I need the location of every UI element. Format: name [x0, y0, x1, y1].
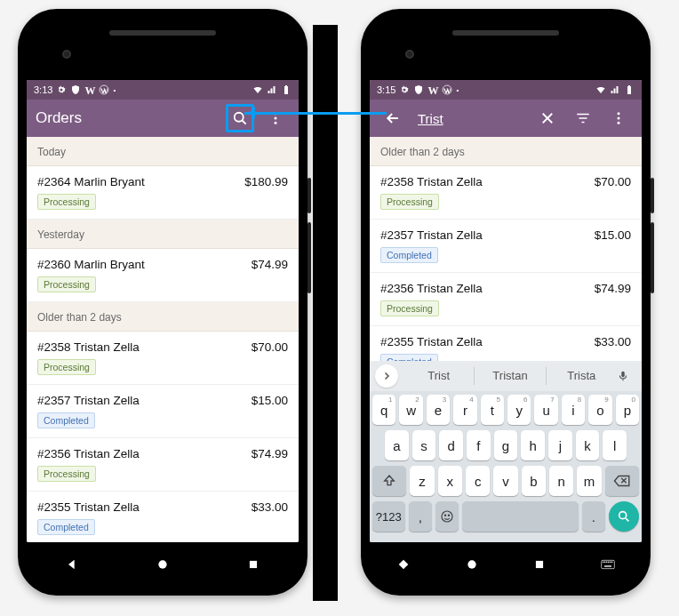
key-c[interactable]: c — [466, 466, 490, 496]
order-row[interactable]: #2356 Tristan Zella$74.99Processing — [370, 273, 642, 326]
key-i[interactable]: i8 — [562, 395, 585, 425]
key-g[interactable]: g — [494, 430, 518, 460]
status-badge: Processing — [380, 300, 439, 316]
nav-recent-icon[interactable] — [531, 556, 548, 573]
svg-point-22 — [448, 515, 449, 516]
nav-home-icon[interactable] — [463, 556, 481, 573]
order-row[interactable]: #2360 Marlin Bryant$74.99Processing — [27, 249, 299, 302]
status-time: 3:15 — [377, 84, 395, 95]
key-u[interactable]: u7 — [534, 395, 557, 425]
key-h[interactable]: h — [521, 430, 545, 460]
order-price: $74.99 — [252, 258, 288, 271]
order-row[interactable]: #2358 Tristan Zella$70.00Processing — [27, 332, 299, 385]
back-button[interactable] — [379, 104, 407, 132]
suggestion-item[interactable]: Tristan — [475, 367, 546, 385]
expand-suggestions-button[interactable] — [375, 364, 398, 388]
key-shift[interactable] — [372, 466, 406, 496]
battery-icon — [624, 84, 635, 95]
key-e[interactable]: e3 — [427, 395, 450, 425]
status-badge: Processing — [37, 194, 96, 210]
key-period[interactable]: . — [582, 501, 605, 532]
key-f[interactable]: f — [467, 430, 491, 460]
nav-back-icon[interactable] — [63, 556, 81, 573]
key-v[interactable]: v — [493, 466, 517, 496]
order-row[interactable]: #2364 Marlin Bryant$180.99Processing — [27, 166, 299, 220]
svg-point-21 — [444, 515, 445, 516]
status-bar: 3:15 W • — [370, 80, 642, 100]
svg-point-6 — [158, 560, 166, 568]
order-row[interactable]: #2355 Tristan Zella$33.00Completed — [27, 492, 299, 542]
overflow-menu-button[interactable] — [261, 104, 290, 132]
suggestion-item[interactable]: Trista — [547, 367, 617, 385]
key-r[interactable]: r4 — [453, 395, 476, 425]
order-row[interactable]: #2357 Tristan Zella$15.00Completed — [27, 385, 299, 438]
status-badge: Completed — [37, 519, 95, 535]
key-p[interactable]: p0 — [616, 395, 639, 425]
key-x[interactable]: x — [438, 466, 462, 496]
key-z[interactable]: z — [410, 466, 434, 496]
clear-search-button[interactable] — [533, 104, 562, 132]
order-row[interactable]: #2355 Tristan Zella$33.00Completed — [370, 326, 642, 361]
key-b[interactable]: b — [522, 466, 546, 496]
key-o[interactable]: o9 — [588, 395, 611, 425]
svg-point-5 — [275, 122, 277, 124]
key-k[interactable]: k — [576, 430, 600, 460]
key-q[interactable]: q1 — [372, 395, 395, 425]
suggestion-item[interactable]: Trist — [403, 367, 475, 385]
wordpress-icon — [99, 84, 109, 95]
key-m[interactable]: m — [577, 466, 601, 496]
key-t[interactable]: t5 — [481, 395, 504, 425]
key-w[interactable]: w2 — [399, 395, 422, 425]
order-price: $74.99 — [595, 282, 631, 295]
key-l[interactable]: l — [603, 430, 627, 460]
key-numbers[interactable]: ?123 — [372, 501, 405, 532]
phone-right: 3:15 W • Trist — [361, 9, 651, 596]
svg-point-16 — [618, 122, 620, 124]
nav-home-icon[interactable] — [154, 556, 172, 573]
key-space[interactable] — [462, 501, 579, 532]
key-j[interactable]: j — [548, 430, 572, 460]
search-results-list[interactable]: Older than 2 days#2358 Tristan Zella$70.… — [370, 137, 642, 361]
on-screen-keyboard: q1w2e3r4t5y6u7i8o9p0 asdfghjkl zxcvbnm ?… — [370, 391, 642, 542]
key-comma[interactable]: , — [409, 501, 432, 532]
key-search[interactable] — [609, 501, 639, 532]
order-title: #2355 Tristan Zella — [37, 500, 140, 514]
svg-rect-29 — [604, 562, 605, 563]
key-y[interactable]: y6 — [507, 395, 531, 425]
shield-icon — [413, 84, 424, 95]
order-price: $15.00 — [252, 394, 288, 407]
status-badge: Processing — [37, 359, 96, 375]
key-a[interactable]: a — [385, 430, 409, 460]
nav-back-icon[interactable] — [395, 556, 412, 573]
w-icon: W — [84, 84, 95, 95]
order-title: #2356 Tristan Zella — [37, 447, 140, 460]
svg-point-14 — [618, 112, 620, 115]
key-backspace[interactable] — [605, 466, 639, 496]
wordpress-icon — [442, 84, 452, 95]
overflow-menu-button[interactable] — [604, 104, 633, 132]
nav-recent-icon[interactable] — [244, 556, 262, 573]
section-header: Older than 2 days — [27, 302, 299, 332]
dot-icon: • — [113, 86, 116, 94]
search-input[interactable]: Trist — [414, 111, 526, 126]
order-row[interactable]: #2356 Tristan Zella$74.99Processing — [27, 438, 299, 492]
orders-list[interactable]: Today#2364 Marlin Bryant$180.99Processin… — [27, 137, 299, 542]
status-badge: Completed — [380, 247, 438, 263]
key-emoji[interactable] — [435, 501, 459, 532]
svg-line-2 — [243, 121, 246, 124]
nav-keyboard-icon[interactable] — [599, 556, 617, 573]
status-badge: Completed — [37, 412, 95, 428]
order-title: #2357 Tristan Zella — [37, 394, 140, 407]
order-title: #2355 Tristan Zella — [380, 335, 483, 348]
svg-rect-33 — [611, 562, 612, 563]
key-n[interactable]: n — [549, 466, 573, 496]
key-s[interactable]: s — [412, 430, 436, 460]
filter-button[interactable] — [569, 104, 597, 132]
order-row[interactable]: #2357 Tristan Zella$15.00Completed — [370, 220, 642, 273]
order-row[interactable]: #2358 Tristan Zella$70.00Processing — [370, 166, 642, 220]
mic-button[interactable] — [617, 370, 642, 382]
svg-rect-32 — [610, 562, 611, 563]
signal-icon — [610, 84, 620, 95]
key-d[interactable]: d — [439, 430, 463, 460]
android-navbar — [27, 548, 299, 581]
